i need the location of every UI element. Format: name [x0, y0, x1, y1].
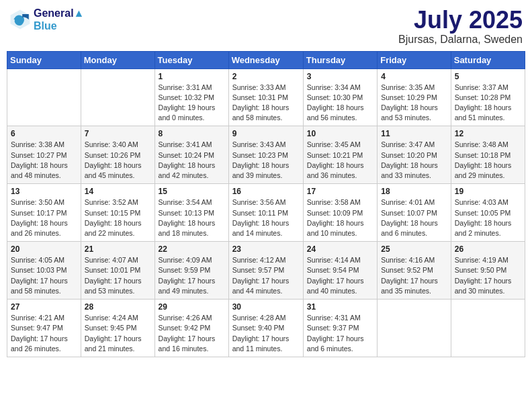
day-number: 14: [85, 187, 151, 196]
calendar-cell: 5Sunrise: 3:37 AM Sunset: 10:28 PM Dayli…: [451, 68, 525, 126]
day-number: 5: [455, 72, 521, 81]
calendar-cell: 21Sunrise: 4:07 AM Sunset: 10:01 PM Dayl…: [81, 242, 154, 300]
location: Bjursas, Dalarna, Sweden: [398, 34, 523, 46]
day-content: Sunrise: 3:50 AM Sunset: 10:17 PM Daylig…: [11, 197, 77, 238]
calendar-cell: 17Sunrise: 3:58 AM Sunset: 10:09 PM Dayl…: [303, 184, 377, 242]
day-content: Sunrise: 3:56 AM Sunset: 10:11 PM Daylig…: [232, 197, 300, 238]
calendar-cell: 2Sunrise: 3:33 AM Sunset: 10:31 PM Dayli…: [228, 68, 303, 126]
calendar-cell: 4Sunrise: 3:35 AM Sunset: 10:29 PM Dayli…: [378, 68, 451, 126]
calendar-cell: 14Sunrise: 3:52 AM Sunset: 10:15 PM Dayl…: [81, 184, 154, 242]
calendar-week-row: 1Sunrise: 3:31 AM Sunset: 10:32 PM Dayli…: [7, 68, 525, 126]
calendar-cell: 8Sunrise: 3:41 AM Sunset: 10:24 PM Dayli…: [154, 126, 228, 184]
day-number: 9: [232, 129, 300, 138]
day-number: 26: [455, 244, 521, 254]
day-number: 19: [455, 187, 521, 196]
weekday-header-friday: Friday: [378, 51, 451, 68]
calendar-cell: 26Sunrise: 4:19 AM Sunset: 9:50 PM Dayli…: [451, 242, 525, 300]
day-content: Sunrise: 3:54 AM Sunset: 10:13 PM Daylig…: [159, 197, 225, 238]
calendar-week-row: 13Sunrise: 3:50 AM Sunset: 10:17 PM Dayl…: [7, 184, 525, 242]
day-content: Sunrise: 3:37 AM Sunset: 10:28 PM Daylig…: [455, 83, 521, 124]
calendar-week-row: 27Sunrise: 4:21 AM Sunset: 9:47 PM Dayli…: [7, 300, 525, 357]
day-number: 16: [232, 187, 300, 196]
day-number: 27: [11, 302, 77, 312]
logo: General▲ Blue: [9, 7, 84, 32]
day-number: 28: [85, 302, 151, 312]
weekday-header-row: SundayMondayTuesdayWednesdayThursdayFrid…: [7, 51, 525, 68]
day-number: 31: [307, 302, 373, 312]
calendar-cell: 28Sunrise: 4:24 AM Sunset: 9:45 PM Dayli…: [81, 300, 154, 357]
calendar-cell: 19Sunrise: 4:03 AM Sunset: 10:05 PM Dayl…: [451, 184, 525, 242]
day-number: 21: [85, 244, 151, 254]
day-number: 4: [381, 72, 447, 81]
day-content: Sunrise: 3:43 AM Sunset: 10:23 PM Daylig…: [232, 140, 300, 181]
day-content: Sunrise: 3:52 AM Sunset: 10:15 PM Daylig…: [85, 197, 151, 238]
day-number: 29: [159, 302, 225, 312]
day-number: 1: [159, 72, 225, 81]
calendar-cell: 23Sunrise: 4:12 AM Sunset: 9:57 PM Dayli…: [228, 242, 303, 300]
day-content: Sunrise: 3:47 AM Sunset: 10:20 PM Daylig…: [381, 140, 447, 181]
logo-icon: [9, 9, 31, 30]
calendar-cell: 29Sunrise: 4:26 AM Sunset: 9:42 PM Dayli…: [154, 300, 228, 357]
day-number: 25: [381, 244, 447, 254]
calendar-cell: 25Sunrise: 4:16 AM Sunset: 9:52 PM Dayli…: [378, 242, 451, 300]
title-block: July 2025 Bjursas, Dalarna, Sweden: [398, 7, 523, 46]
day-number: 11: [381, 129, 447, 138]
calendar-week-row: 6Sunrise: 3:38 AM Sunset: 10:27 PM Dayli…: [7, 126, 525, 184]
day-content: Sunrise: 4:07 AM Sunset: 10:01 PM Daylig…: [85, 255, 151, 296]
weekday-header-monday: Monday: [81, 51, 154, 68]
day-content: Sunrise: 4:09 AM Sunset: 9:59 PM Dayligh…: [159, 255, 225, 296]
day-content: Sunrise: 4:14 AM Sunset: 9:54 PM Dayligh…: [307, 255, 373, 296]
calendar-cell: 15Sunrise: 3:54 AM Sunset: 10:13 PM Dayl…: [154, 184, 228, 242]
calendar-week-row: 20Sunrise: 4:05 AM Sunset: 10:03 PM Dayl…: [7, 242, 525, 300]
calendar-cell: 16Sunrise: 3:56 AM Sunset: 10:11 PM Dayl…: [228, 184, 303, 242]
day-number: 2: [232, 72, 300, 81]
day-content: Sunrise: 4:26 AM Sunset: 9:42 PM Dayligh…: [159, 313, 225, 354]
day-number: 13: [11, 187, 77, 196]
calendar-cell: 10Sunrise: 3:45 AM Sunset: 10:21 PM Dayl…: [303, 126, 377, 184]
weekday-header-wednesday: Wednesday: [228, 51, 303, 68]
calendar-cell: 9Sunrise: 3:43 AM Sunset: 10:23 PM Dayli…: [228, 126, 303, 184]
calendar-table: SundayMondayTuesdayWednesdayThursdayFrid…: [7, 51, 525, 357]
day-number: 24: [307, 244, 373, 254]
day-number: 15: [159, 187, 225, 196]
weekday-header-thursday: Thursday: [303, 51, 377, 68]
day-content: Sunrise: 3:35 AM Sunset: 10:29 PM Daylig…: [381, 83, 447, 124]
calendar-cell: [7, 68, 81, 126]
day-number: 12: [455, 129, 521, 138]
day-content: Sunrise: 4:28 AM Sunset: 9:40 PM Dayligh…: [232, 313, 300, 354]
day-number: 17: [307, 187, 373, 196]
day-number: 10: [307, 129, 373, 138]
day-content: Sunrise: 3:45 AM Sunset: 10:21 PM Daylig…: [307, 140, 373, 181]
calendar-cell: 6Sunrise: 3:38 AM Sunset: 10:27 PM Dayli…: [7, 126, 81, 184]
day-content: Sunrise: 4:31 AM Sunset: 9:37 PM Dayligh…: [307, 313, 373, 354]
day-content: Sunrise: 4:21 AM Sunset: 9:47 PM Dayligh…: [11, 313, 77, 354]
calendar-cell: [81, 68, 154, 126]
day-content: Sunrise: 3:33 AM Sunset: 10:31 PM Daylig…: [232, 83, 300, 124]
calendar-cell: 31Sunrise: 4:31 AM Sunset: 9:37 PM Dayli…: [303, 300, 377, 357]
calendar-cell: 11Sunrise: 3:47 AM Sunset: 10:20 PM Dayl…: [378, 126, 451, 184]
day-number: 7: [85, 129, 151, 138]
logo-text: General▲ Blue: [34, 7, 84, 32]
day-content: Sunrise: 3:31 AM Sunset: 10:32 PM Daylig…: [159, 83, 225, 124]
day-content: Sunrise: 3:34 AM Sunset: 10:30 PM Daylig…: [307, 83, 373, 124]
day-number: 3: [307, 72, 373, 81]
day-content: Sunrise: 4:19 AM Sunset: 9:50 PM Dayligh…: [455, 255, 521, 296]
day-number: 23: [232, 244, 300, 254]
calendar-cell: 30Sunrise: 4:28 AM Sunset: 9:40 PM Dayli…: [228, 300, 303, 357]
calendar-cell: 7Sunrise: 3:40 AM Sunset: 10:26 PM Dayli…: [81, 126, 154, 184]
day-content: Sunrise: 3:48 AM Sunset: 10:18 PM Daylig…: [455, 140, 521, 181]
calendar-cell: 24Sunrise: 4:14 AM Sunset: 9:54 PM Dayli…: [303, 242, 377, 300]
weekday-header-saturday: Saturday: [451, 51, 525, 68]
page-header: General▲ Blue July 2025 Bjursas, Dalarna…: [7, 7, 525, 46]
day-number: 8: [159, 129, 225, 138]
calendar-cell: 22Sunrise: 4:09 AM Sunset: 9:59 PM Dayli…: [154, 242, 228, 300]
weekday-header-tuesday: Tuesday: [154, 51, 228, 68]
day-content: Sunrise: 3:38 AM Sunset: 10:27 PM Daylig…: [11, 140, 77, 181]
day-content: Sunrise: 4:05 AM Sunset: 10:03 PM Daylig…: [11, 255, 77, 296]
calendar-cell: 27Sunrise: 4:21 AM Sunset: 9:47 PM Dayli…: [7, 300, 81, 357]
day-number: 20: [11, 244, 77, 254]
day-content: Sunrise: 3:40 AM Sunset: 10:26 PM Daylig…: [85, 140, 151, 181]
day-content: Sunrise: 4:01 AM Sunset: 10:07 PM Daylig…: [381, 197, 447, 238]
calendar-cell: 1Sunrise: 3:31 AM Sunset: 10:32 PM Dayli…: [154, 68, 228, 126]
day-content: Sunrise: 4:03 AM Sunset: 10:05 PM Daylig…: [455, 197, 521, 238]
